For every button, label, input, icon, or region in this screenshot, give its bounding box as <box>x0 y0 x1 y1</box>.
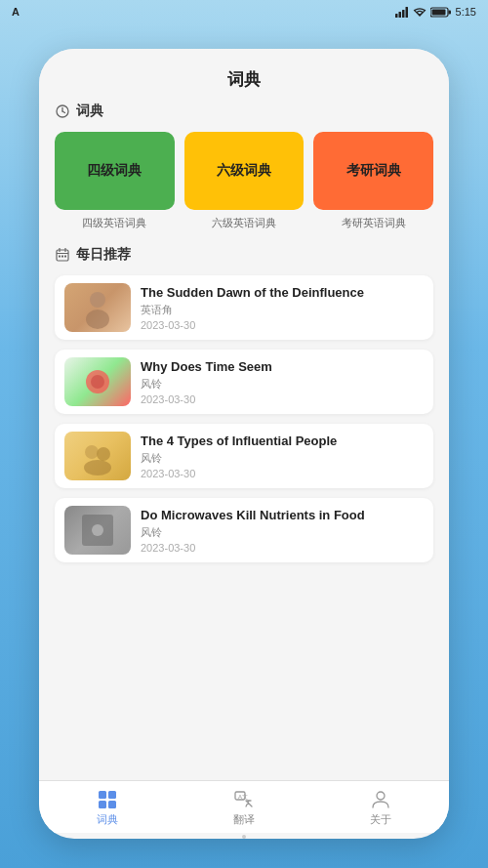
page-title: 词典 <box>227 70 261 89</box>
svg-rect-15 <box>61 256 63 258</box>
nav-dot-indicator <box>242 835 246 839</box>
signal-icon <box>395 7 409 18</box>
article-source-1: 英语角 <box>141 303 424 317</box>
article-info-4: Do Microwaves Kill Nutrients in Food 风铃 … <box>141 508 424 554</box>
article-item-1[interactable]: The Sudden Dawn of the Deinfluence 英语角 2… <box>55 275 433 340</box>
wifi-icon <box>413 7 427 18</box>
article-title-4: Do Microwaves Kill Nutrients in Food <box>141 508 424 522</box>
thumb-figure-3 <box>64 432 131 480</box>
status-bar: A 5:15 <box>0 0 488 23</box>
dict-grid: 四级词典 六级词典 考研词典 <box>55 132 433 210</box>
person-icon <box>370 789 391 810</box>
svg-point-17 <box>90 292 105 308</box>
svg-line-9 <box>62 111 65 113</box>
clock-icon <box>55 103 70 119</box>
article-title-3: The 4 Types of Influential People <box>141 434 424 448</box>
grid-icon <box>97 789 118 810</box>
card-header: 词典 <box>39 49 449 103</box>
article-item-3[interactable]: The 4 Types of Influential People 风铃 202… <box>55 424 433 488</box>
article-source-4: 风铃 <box>141 525 424 540</box>
nav-label-dict: 词典 <box>97 812 118 827</box>
svg-point-20 <box>91 375 104 389</box>
thumb-figure-4 <box>64 506 131 555</box>
svg-rect-27 <box>108 791 116 799</box>
article-thumb-4 <box>64 506 131 555</box>
dict-subtitle-cet6: 六级英语词典 <box>184 216 305 230</box>
dictionary-label: 词典 <box>76 103 103 120</box>
article-title-2: Why Does Time Seem <box>141 359 424 374</box>
nav-label-translate: 翻译 <box>233 812 255 827</box>
dict-subtitles: 四级英语词典 六级英语词典 考研英语词典 <box>55 216 433 230</box>
daily-label: 每日推荐 <box>76 246 131 264</box>
thumb-figure-1 <box>64 283 131 332</box>
dict-card-postgrad-label: 考研词典 <box>346 162 401 180</box>
nav-item-about[interactable]: 关于 <box>312 789 449 827</box>
article-thumb-3 <box>64 432 131 480</box>
svg-rect-6 <box>431 9 445 15</box>
dict-subtitle-postgrad: 考研英语词典 <box>313 216 433 230</box>
article-date-1: 2023-03-30 <box>141 319 424 331</box>
bottom-nav: 词典 A文 翻译 关于 <box>39 780 449 833</box>
svg-rect-0 <box>395 14 398 18</box>
article-title-1: The Sudden Dawn of the Deinfluence <box>141 285 424 300</box>
article-source-2: 风铃 <box>141 377 424 392</box>
svg-rect-16 <box>64 256 66 258</box>
thumb-figure-2 <box>64 357 131 406</box>
svg-rect-5 <box>448 10 451 14</box>
svg-rect-2 <box>402 10 405 18</box>
article-date-2: 2023-03-30 <box>141 393 424 405</box>
nav-item-dict[interactable]: 词典 <box>39 789 176 827</box>
dict-card-cet6[interactable]: 六级词典 <box>184 132 305 210</box>
svg-point-25 <box>92 524 103 536</box>
status-right-icons: 5:15 <box>395 6 476 18</box>
nav-item-translate[interactable]: A文 翻译 <box>176 789 312 827</box>
article-date-4: 2023-03-30 <box>141 542 424 554</box>
svg-point-18 <box>86 310 109 329</box>
dict-card-cet4[interactable]: 四级词典 <box>55 132 175 210</box>
status-app-label: A <box>12 6 20 18</box>
svg-rect-14 <box>59 256 61 258</box>
article-date-3: 2023-03-30 <box>141 468 424 479</box>
article-info-3: The 4 Types of Influential People 风铃 202… <box>141 434 424 479</box>
dict-card-cet6-label: 六级词典 <box>217 162 271 180</box>
article-source-3: 风铃 <box>141 451 424 466</box>
nav-label-about: 关于 <box>370 812 391 827</box>
translate-icon: A文 <box>233 789 255 810</box>
phone-card: 词典 词典 四级词典 六级词典 考研词典 <box>39 49 449 839</box>
svg-point-33 <box>377 792 385 800</box>
article-thumb-1 <box>64 283 131 332</box>
dict-card-cet4-label: 四级词典 <box>87 162 142 180</box>
article-thumb-2 <box>64 357 131 406</box>
dict-subtitle-cet4: 四级英语词典 <box>55 216 175 230</box>
svg-point-23 <box>84 460 111 475</box>
svg-rect-3 <box>405 7 408 18</box>
calendar-icon <box>55 247 70 263</box>
status-time: 5:15 <box>456 6 476 18</box>
article-info-2: Why Does Time Seem 风铃 2023-03-30 <box>141 359 424 405</box>
dict-card-postgrad[interactable]: 考研词典 <box>313 132 433 210</box>
article-info-1: The Sudden Dawn of the Deinfluence 英语角 2… <box>141 285 424 331</box>
svg-text:A文: A文 <box>238 793 248 800</box>
article-item-4[interactable]: Do Microwaves Kill Nutrients in Food 风铃 … <box>55 498 433 562</box>
svg-rect-28 <box>99 801 106 808</box>
svg-point-22 <box>97 447 110 461</box>
daily-section-title: 每日推荐 <box>55 246 433 264</box>
dictionary-section-title: 词典 <box>55 103 433 120</box>
svg-rect-1 <box>398 12 401 18</box>
svg-point-21 <box>85 445 99 459</box>
svg-rect-29 <box>108 801 116 808</box>
article-item-2[interactable]: Why Does Time Seem 风铃 2023-03-30 <box>55 350 433 414</box>
svg-rect-26 <box>99 791 106 799</box>
card-content[interactable]: 词典 四级词典 六级词典 考研词典 四级英语词典 六级英语词典 考研英语词典 <box>39 103 449 780</box>
daily-section: 每日推荐 The Sudden Dawn of the Deinfluence <box>55 246 433 562</box>
battery-icon <box>430 7 452 18</box>
